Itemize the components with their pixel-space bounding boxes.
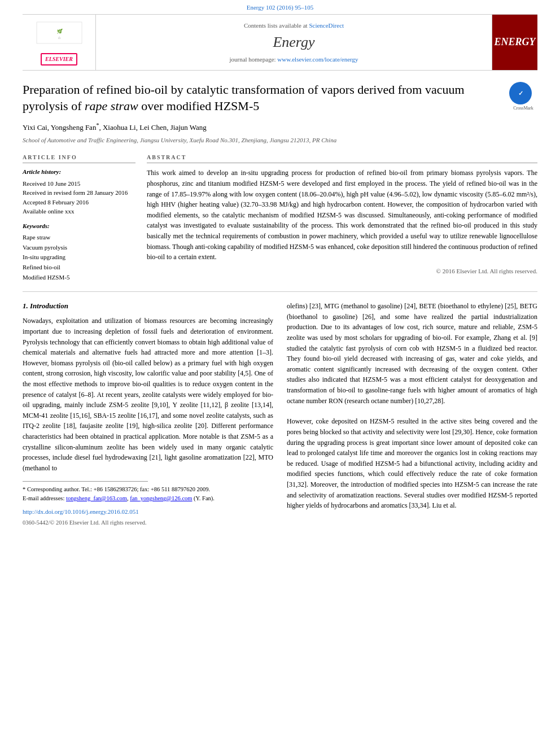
abstract-col: ABSTRACT This work aimed to develop an i… — [147, 154, 537, 282]
received-date: Received 10 June 2015 Received in revise… — [23, 179, 135, 216]
intro-paragraph-right2: However, coke deposited on HZSM-5 result… — [287, 416, 537, 510]
issn-copyright: 0360-5442/© 2016 Elsevier Ltd. All right… — [23, 519, 273, 527]
article-info-label: ARTICLE INFO — [23, 154, 135, 163]
footnote-corresponding: * Corresponding author. Tel.: +86 158629… — [23, 485, 273, 494]
sciencedirect-link[interactable]: ScienceDirect — [309, 22, 344, 29]
intro-paragraph-right1: olefins) [23], MTG (methanol to gasoline… — [287, 301, 537, 406]
journal-center-header: Contents lists available at ScienceDirec… — [96, 15, 492, 70]
keywords-values: Rape straw Vacuum pyrolysis In-situ upgr… — [23, 233, 135, 282]
article-info-abstract: ARTICLE INFO Article history: Received 1… — [23, 154, 537, 282]
keywords-label: Keywords: — [23, 222, 135, 230]
footnote-email: E-mail addresses: tongsheng_fan@163.com,… — [23, 494, 273, 503]
elsevier-tree-icon: 🌿 ⌂ — [34, 19, 85, 53]
energy-badge: ENERGY — [494, 37, 535, 48]
footnote-divider — [23, 481, 148, 482]
abstract-label: ABSTRACT — [147, 154, 537, 163]
energy-badge-container: ENERGY — [492, 15, 537, 70]
abstract-copyright: © 2016 Elsevier Ltd. All rights reserved… — [147, 267, 537, 276]
homepage-line: journal homepage: www.elsevier.com/locat… — [229, 55, 358, 64]
paper-content: Preparation of refined bio-oil by cataly… — [23, 71, 537, 527]
svg-text:⌂: ⌂ — [58, 36, 60, 40]
email1-link[interactable]: tongsheng_fan@163.com — [66, 495, 127, 501]
elsevier-logo-container: 🌿 ⌂ ELSEVIER — [23, 15, 96, 70]
body-right-col: olefins) [23], MTG (methanol to gasoline… — [287, 301, 537, 527]
doi-link[interactable]: http://dx.doi.org/10.1016/j.energy.2016.… — [23, 508, 139, 515]
affiliation: School of Automotive and Traffic Enginee… — [23, 136, 537, 145]
intro-paragraph1: Nowadays, exploitation and utilization o… — [23, 316, 273, 473]
crossmark-label: CrossMark — [509, 106, 537, 111]
crossmark-icon: ✓ — [509, 82, 532, 104]
keywords-block: Keywords: Rape straw Vacuum pyrolysis In… — [23, 222, 135, 282]
article-history: Article history: Received 10 June 2015 R… — [23, 168, 135, 216]
homepage-url[interactable]: www.elsevier.com/locate/energy — [277, 56, 358, 63]
sciencedirect-text: Contents lists available at ScienceDirec… — [244, 21, 344, 30]
crossmark-badge[interactable]: ✓ CrossMark — [509, 82, 537, 111]
journal-citation: Energy 102 (2016) 95–105 — [0, 0, 560, 14]
email2-link[interactable]: fan_yongsheng@126.com — [130, 495, 192, 501]
authors-line: Yixi Cai, Yongsheng Fan*, Xiaohua Li, Le… — [23, 121, 537, 133]
intro-title: 1. Introduction — [23, 301, 273, 311]
elsevier-label: ELSEVIER — [41, 53, 77, 65]
journal-header: 🌿 ⌂ ELSEVIER Contents lists available at… — [23, 14, 537, 71]
journal-name: Energy — [273, 32, 314, 53]
body-section: 1. Introduction Nowadays, exploitation a… — [23, 301, 537, 527]
paper-title: Preparation of refined bio-oil by cataly… — [23, 82, 537, 114]
doi-section: http://dx.doi.org/10.1016/j.energy.2016.… — [23, 506, 273, 517]
history-label: Article history: — [23, 168, 135, 176]
section-divider — [23, 291, 537, 292]
body-left-col: 1. Introduction Nowadays, exploitation a… — [23, 301, 273, 527]
abstract-text: This work aimed to develop an in-situ up… — [147, 168, 537, 262]
article-info-col: ARTICLE INFO Article history: Received 1… — [23, 154, 135, 282]
